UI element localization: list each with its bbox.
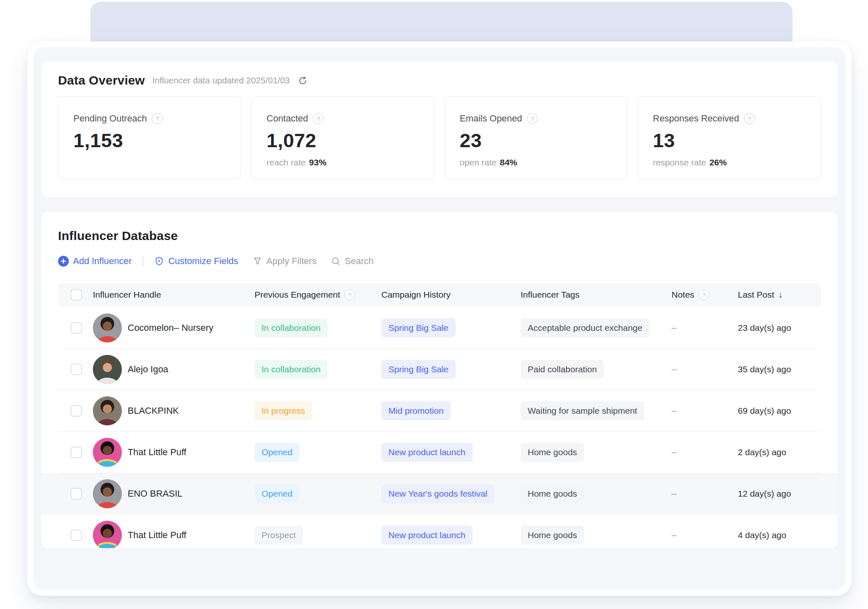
influencer-name: That Little Puff [128, 530, 186, 541]
last-post-value: 4 day(s) ago [738, 530, 821, 540]
influencer-tag: Home goods [521, 526, 584, 545]
engagement-badge: In collaboration [255, 318, 327, 337]
stat-subline: open rate84% [460, 158, 612, 167]
column-last-post[interactable]: Last Post ↓ [738, 290, 821, 300]
engagement-badge: Prospect [255, 526, 303, 545]
stat-cards-row: Pending Outreach ? 1,153 Contacted ? 1,0… [58, 96, 821, 179]
stat-card: Emails Opened ? 23 open rate84% [444, 96, 628, 179]
search-icon [331, 256, 341, 266]
campaign-badge[interactable]: New product launch [381, 526, 473, 545]
stat-sub-label: reach rate [267, 158, 306, 167]
stat-label: Pending Outreach [73, 113, 147, 124]
influencer-tag: Acceptable product exchange [521, 318, 650, 337]
notes-value: – [672, 405, 738, 416]
table-row[interactable]: BLACKPINK In progress Mid promotion Wait… [41, 390, 837, 432]
page: Data Overview Influencer data updated 20… [0, 0, 868, 609]
row-checkbox[interactable] [70, 405, 82, 417]
influencer-name: That Little Puff [128, 447, 186, 458]
sort-descending-icon[interactable]: ↓ [778, 290, 783, 300]
last-post-value: 35 day(s) ago [738, 364, 821, 374]
plus-icon [58, 256, 69, 267]
help-icon[interactable]: ? [344, 289, 355, 300]
last-post-value: 23 day(s) ago [738, 323, 821, 333]
campaign-badge[interactable]: Mid promotion [381, 401, 451, 420]
database-title: Influencer Database [58, 229, 178, 243]
influencer-database-section: Influencer Database Add Influencer [41, 212, 837, 548]
last-post-value: 12 day(s) ago [738, 489, 821, 499]
stat-sub-label: response rate [653, 158, 706, 167]
refresh-icon[interactable] [298, 76, 308, 85]
help-icon[interactable]: ? [152, 113, 162, 124]
help-icon[interactable]: ? [698, 289, 709, 300]
table-header-row: Influencer Handle Previous Engagement ? … [58, 283, 821, 306]
influencer-name: BLACKPINK [128, 405, 179, 416]
stat-value: 23 [460, 129, 612, 152]
avatar [93, 479, 122, 508]
stat-subline: response rate26% [653, 158, 805, 167]
campaign-badge[interactable]: New product launch [381, 443, 473, 462]
row-checkbox[interactable] [70, 446, 82, 458]
customize-fields-label: Customize Fields [168, 256, 238, 267]
column-notes: Notes ? [672, 289, 738, 300]
select-all-checkbox[interactable] [70, 289, 82, 301]
influencer-tag: Paid collaboration [521, 360, 604, 379]
notes-value: – [672, 488, 738, 499]
influencer-tag: Waiting for sample shipment [521, 401, 644, 420]
help-icon[interactable]: ? [313, 113, 324, 124]
notes-value: – [672, 530, 738, 541]
stat-label: Responses Received [653, 113, 739, 124]
stat-sub-value: 93% [309, 158, 327, 167]
table-row[interactable]: That Little Puff Opened New product laun… [41, 432, 837, 473]
table-row[interactable]: ENO BRASIL Opened New Year's goods festi… [41, 473, 837, 514]
stat-value: 13 [653, 129, 805, 152]
data-overview-section: Data Overview Influencer data updated 20… [41, 61, 837, 197]
table-row[interactable]: Alejo Igoa In collaboration Spring Big S… [41, 349, 837, 390]
campaign-badge[interactable]: New Year's goods festival [381, 484, 495, 503]
row-checkbox[interactable] [70, 488, 82, 500]
row-checkbox[interactable] [70, 529, 82, 541]
help-icon[interactable]: ? [744, 113, 755, 124]
campaign-badge[interactable]: Spring Big Sale [381, 318, 456, 337]
stat-sub-label: open rate [460, 158, 497, 167]
search-button[interactable]: Search [331, 256, 374, 267]
column-influencer-tags: Influencer Tags [521, 290, 672, 300]
column-influencer-handle: Influencer Handle [93, 290, 255, 300]
apply-filters-button[interactable]: Apply Filters [252, 256, 317, 267]
stat-value: 1,072 [267, 129, 419, 152]
last-post-value: 69 day(s) ago [738, 406, 821, 416]
stat-card: Pending Outreach ? 1,153 [58, 96, 241, 179]
content-panel: Data Overview Influencer data updated 20… [33, 47, 846, 590]
help-icon[interactable]: ? [527, 113, 538, 124]
row-checkbox[interactable] [70, 364, 82, 375]
stat-subline: reach rate93% [267, 158, 419, 167]
influencer-name: ENO BRASIL [128, 488, 182, 499]
stat-sub-value: 84% [500, 158, 517, 167]
engagement-badge: Opened [255, 443, 300, 462]
stat-label: Contacted [267, 113, 308, 124]
customize-fields-button[interactable]: Customize Fields [154, 256, 238, 267]
influencer-tag: Home goods [521, 443, 584, 462]
row-checkbox[interactable] [70, 322, 82, 334]
table-row[interactable]: Cocomelon– Nursery In collaboration Spri… [41, 307, 837, 349]
overview-updated-text: Influencer data updated 2025/01/03 [152, 75, 290, 85]
search-label: Search [345, 256, 374, 267]
avatar [93, 438, 122, 467]
notes-value: – [672, 323, 738, 333]
add-influencer-button[interactable]: Add Influencer [58, 256, 132, 267]
filter-funnel-icon [252, 256, 262, 266]
table-row[interactable]: That Little Puff Prospect New product la… [41, 514, 837, 548]
notes-value: – [672, 364, 738, 375]
campaign-badge[interactable]: Spring Big Sale [381, 360, 456, 379]
avatar [93, 521, 122, 548]
notes-value: – [672, 447, 738, 458]
last-post-value: 2 day(s) ago [738, 447, 821, 457]
stat-label: Emails Opened [460, 113, 522, 124]
apply-filters-label: Apply Filters [267, 256, 317, 267]
stat-value: 1,153 [73, 129, 226, 152]
table-body: Cocomelon– Nursery In collaboration Spri… [58, 307, 821, 548]
influencer-tag: Home goods [521, 484, 584, 503]
avatar [93, 355, 122, 384]
engagement-badge: In progress [255, 401, 312, 420]
engagement-badge: Opened [255, 484, 300, 503]
influencer-name: Cocomelon– Nursery [128, 323, 213, 333]
